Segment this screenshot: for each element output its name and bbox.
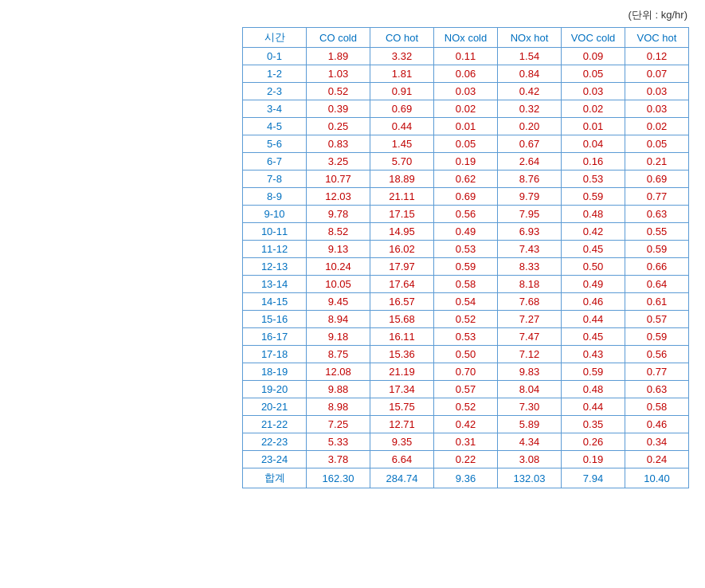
value-cell: 6.93 bbox=[498, 223, 562, 241]
value-cell: 8.04 bbox=[498, 381, 562, 398]
value-cell: 0.12 bbox=[625, 48, 689, 65]
value-cell: 0.26 bbox=[562, 433, 625, 451]
value-cell: 0.06 bbox=[434, 65, 498, 83]
value-cell: 0.59 bbox=[625, 241, 689, 258]
value-cell: 0.44 bbox=[562, 398, 625, 416]
value-cell: 10.05 bbox=[307, 276, 370, 293]
value-cell: 16.02 bbox=[370, 241, 434, 258]
table-row: 13-1410.0517.640.588.180.490.64 bbox=[243, 276, 689, 293]
value-cell: 0.16 bbox=[562, 153, 625, 171]
value-cell: 0.44 bbox=[562, 311, 625, 328]
value-cell: 7.25 bbox=[307, 416, 370, 433]
table-row: 20-218.9815.750.527.300.440.58 bbox=[243, 398, 689, 416]
value-cell: 3.32 bbox=[370, 48, 434, 65]
value-cell: 0.52 bbox=[307, 83, 370, 100]
value-cell: 0.02 bbox=[562, 100, 625, 118]
table-row: 3-40.390.690.020.320.020.03 bbox=[243, 100, 689, 118]
value-cell: 0.02 bbox=[625, 118, 689, 135]
value-cell: 3.25 bbox=[307, 153, 370, 171]
table-header: 시간CO coldCO hotNOx coldNOx hotVOC coldVO… bbox=[243, 28, 689, 48]
value-cell: 0.43 bbox=[562, 346, 625, 363]
table-row: 합계162.30284.749.36132.037.9410.40 bbox=[243, 468, 689, 488]
value-cell: 0.45 bbox=[562, 328, 625, 346]
value-cell: 0.03 bbox=[562, 83, 625, 100]
value-cell: 0.34 bbox=[625, 433, 689, 451]
time-cell: 11-12 bbox=[243, 241, 307, 258]
value-cell: 0.02 bbox=[434, 100, 498, 118]
value-cell: 0.24 bbox=[625, 451, 689, 468]
time-cell: 16-17 bbox=[243, 328, 307, 346]
value-cell: 0.31 bbox=[434, 433, 498, 451]
time-cell: 23-24 bbox=[243, 451, 307, 468]
time-cell: 2-3 bbox=[243, 83, 307, 100]
value-cell: 10.77 bbox=[307, 171, 370, 188]
value-cell: 8.52 bbox=[307, 223, 370, 241]
value-cell: 8.33 bbox=[498, 258, 562, 276]
time-cell: 9-10 bbox=[243, 206, 307, 223]
time-cell: 12-13 bbox=[243, 258, 307, 276]
table-row: 8-912.0321.110.699.790.590.77 bbox=[243, 188, 689, 206]
table-row: 16-179.1816.110.537.470.450.59 bbox=[243, 328, 689, 346]
value-cell: 0.53 bbox=[562, 171, 625, 188]
emissions-table: 시간CO coldCO hotNOx coldNOx hotVOC coldVO… bbox=[242, 27, 689, 488]
value-cell: 9.45 bbox=[307, 293, 370, 311]
value-cell: 1.54 bbox=[498, 48, 562, 65]
value-cell: 132.03 bbox=[498, 468, 562, 488]
value-cell: 7.68 bbox=[498, 293, 562, 311]
value-cell: 0.03 bbox=[434, 83, 498, 100]
value-cell: 0.57 bbox=[434, 381, 498, 398]
value-cell: 0.70 bbox=[434, 363, 498, 381]
value-cell: 0.01 bbox=[434, 118, 498, 135]
table-row: 12-1310.2417.970.598.330.500.66 bbox=[243, 258, 689, 276]
value-cell: 0.05 bbox=[562, 65, 625, 83]
table-row: 9-109.7817.150.567.950.480.63 bbox=[243, 206, 689, 223]
time-cell: 6-7 bbox=[243, 153, 307, 171]
time-cell: 7-8 bbox=[243, 171, 307, 188]
value-cell: 9.83 bbox=[498, 363, 562, 381]
time-cell: 13-14 bbox=[243, 276, 307, 293]
value-cell: 0.42 bbox=[434, 416, 498, 433]
table-row: 17-188.7515.360.507.120.430.56 bbox=[243, 346, 689, 363]
time-cell: 10-11 bbox=[243, 223, 307, 241]
column-header: 시간 bbox=[243, 28, 307, 48]
value-cell: 0.19 bbox=[434, 153, 498, 171]
value-cell: 8.98 bbox=[307, 398, 370, 416]
value-cell: 17.34 bbox=[370, 381, 434, 398]
table-row: 19-209.8817.340.578.040.480.63 bbox=[243, 381, 689, 398]
value-cell: 0.69 bbox=[434, 188, 498, 206]
time-cell: 14-15 bbox=[243, 293, 307, 311]
time-cell: 5-6 bbox=[243, 135, 307, 153]
value-cell: 9.13 bbox=[307, 241, 370, 258]
table-row: 2-30.520.910.030.420.030.03 bbox=[243, 83, 689, 100]
value-cell: 0.66 bbox=[625, 258, 689, 276]
value-cell: 1.45 bbox=[370, 135, 434, 153]
table-row: 5-60.831.450.050.670.040.05 bbox=[243, 135, 689, 153]
table-row: 18-1912.0821.190.709.830.590.77 bbox=[243, 363, 689, 381]
value-cell: 0.39 bbox=[307, 100, 370, 118]
value-cell: 0.77 bbox=[625, 363, 689, 381]
column-header: VOC hot bbox=[625, 28, 689, 48]
table-row: 15-168.9415.680.527.270.440.57 bbox=[243, 311, 689, 328]
value-cell: 0.22 bbox=[434, 451, 498, 468]
value-cell: 8.18 bbox=[498, 276, 562, 293]
column-header: CO cold bbox=[307, 28, 370, 48]
value-cell: 284.74 bbox=[370, 468, 434, 488]
time-cell: 18-19 bbox=[243, 363, 307, 381]
value-cell: 0.56 bbox=[625, 346, 689, 363]
value-cell: 0.32 bbox=[498, 100, 562, 118]
table-row: 7-810.7718.890.628.760.530.69 bbox=[243, 171, 689, 188]
value-cell: 0.46 bbox=[625, 416, 689, 433]
value-cell: 9.78 bbox=[307, 206, 370, 223]
table-row: 1-21.031.810.060.840.050.07 bbox=[243, 65, 689, 83]
value-cell: 0.59 bbox=[562, 188, 625, 206]
value-cell: 1.03 bbox=[307, 65, 370, 83]
value-cell: 14.95 bbox=[370, 223, 434, 241]
value-cell: 0.84 bbox=[498, 65, 562, 83]
value-cell: 6.64 bbox=[370, 451, 434, 468]
value-cell: 7.30 bbox=[498, 398, 562, 416]
table-body: 0-11.893.320.111.540.090.121-21.031.810.… bbox=[243, 48, 689, 488]
value-cell: 3.08 bbox=[498, 451, 562, 468]
value-cell: 12.03 bbox=[307, 188, 370, 206]
table-row: 11-129.1316.020.537.430.450.59 bbox=[243, 241, 689, 258]
value-cell: 0.09 bbox=[562, 48, 625, 65]
